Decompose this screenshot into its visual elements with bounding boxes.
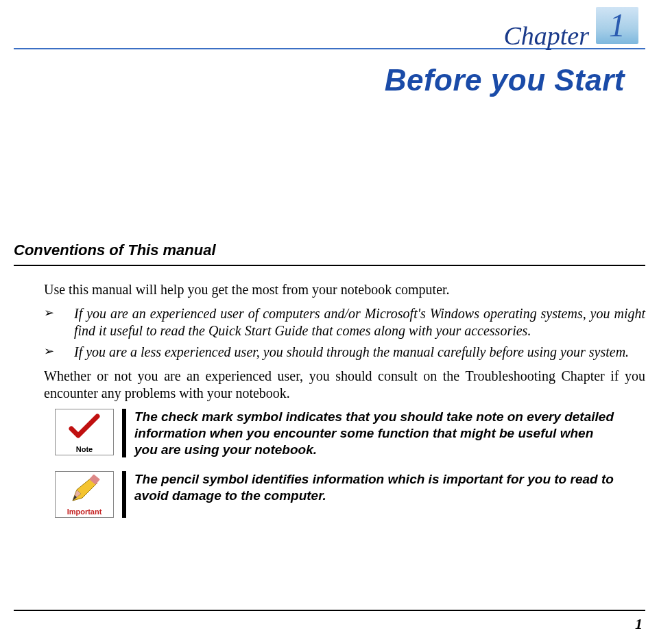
mid-paragraph: Whether or not you are an experienced us…	[44, 368, 645, 402]
chapter-number-box: 1	[596, 7, 638, 44]
page-number: 1	[635, 615, 643, 633]
footer-rule	[14, 610, 645, 611]
checkmark-icon	[67, 412, 101, 441]
intro-paragraph: Use this manual will help you get the mo…	[44, 281, 645, 298]
callout-divider	[122, 409, 126, 457]
callout-divider	[122, 471, 126, 518]
note-icon-label: Note	[76, 445, 93, 453]
section-heading: Conventions of This manual	[14, 241, 645, 259]
list-item: If you are a less experienced user, you …	[44, 344, 645, 361]
list-item: If you are an experienced user of comput…	[44, 305, 645, 339]
section-rule	[14, 265, 645, 266]
note-callout: Note The check mark symbol indicates tha…	[55, 409, 618, 457]
note-text: The check mark symbol indicates that you…	[134, 409, 618, 457]
pencil-icon	[67, 475, 101, 503]
chapter-title: Before you Start	[14, 63, 645, 97]
chapter-word: Chapter	[503, 21, 589, 51]
important-icon: Important	[55, 471, 114, 518]
chapter-header: Chapter 1	[14, 7, 645, 47]
chapter-number: 1	[609, 7, 625, 43]
important-callout: Important The pencil symbol identifies i…	[55, 471, 618, 518]
bullet-list: If you are an experienced user of comput…	[44, 305, 645, 361]
note-icon: Note	[55, 409, 114, 455]
important-text: The pencil symbol identifies information…	[134, 471, 618, 504]
important-icon-label: Important	[67, 508, 102, 516]
